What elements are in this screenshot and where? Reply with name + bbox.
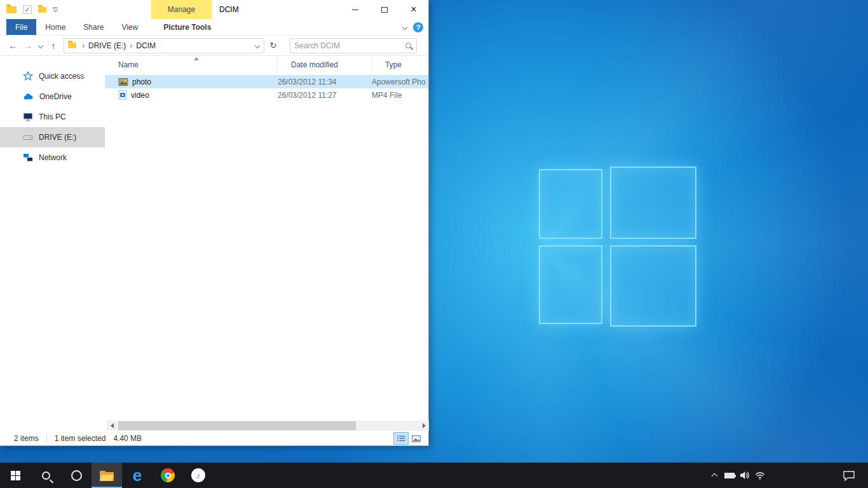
- table-row-video[interactable]: video 26/03/2012 11:27 MP4 File: [105, 88, 428, 102]
- navigation-pane: Quick access OneDrive This PC: [0, 56, 105, 421]
- windows-start-icon: [11, 471, 20, 480]
- show-hidden-icons-button[interactable]: [707, 463, 722, 488]
- new-folder-icon[interactable]: [38, 7, 46, 13]
- cortana-button[interactable]: [61, 463, 92, 488]
- column-headers: Name Date modified Type: [105, 56, 428, 74]
- itunes-icon: ♪: [191, 468, 205, 482]
- file-list-pane: Name Date modified Type: [105, 56, 428, 421]
- scroll-left-icon: [111, 423, 114, 428]
- large-icons-view-icon: [412, 435, 421, 442]
- view-toggles: [394, 433, 423, 444]
- scroll-right-icon: [423, 423, 426, 428]
- battery-tray-button[interactable]: [722, 463, 737, 488]
- wifi-icon: [755, 471, 765, 480]
- breadcrumb-drive[interactable]: DRIVE (E:): [86, 41, 128, 50]
- type-cell: MP4 File: [372, 91, 428, 100]
- column-header-type[interactable]: Type: [372, 56, 428, 74]
- close-button[interactable]: ×: [399, 0, 428, 19]
- column-header-date-modified[interactable]: Date modified: [278, 56, 372, 74]
- recent-locations-chevron-icon[interactable]: [36, 38, 46, 53]
- window-title: DCIM: [219, 0, 239, 19]
- minimize-icon: [352, 10, 358, 10]
- battery-icon: [724, 473, 735, 478]
- sidebar-item-label: Quick access: [39, 72, 84, 81]
- tab-share[interactable]: Share: [74, 19, 112, 35]
- expand-ribbon-chevron-icon[interactable]: [402, 25, 407, 30]
- sidebar-item-quick-access[interactable]: Quick access: [0, 66, 105, 86]
- taskbar-chrome-button[interactable]: [153, 463, 183, 488]
- help-button[interactable]: ?: [413, 22, 423, 32]
- chrome-icon: [161, 468, 175, 482]
- breadcrumb-separator: ›: [81, 41, 86, 50]
- table-row-photo[interactable]: photo 26/03/2012 11:34 Apowersoft Pho: [105, 75, 428, 88]
- video-file-icon: [118, 90, 127, 100]
- sort-ascending-icon: [194, 57, 199, 60]
- horizontal-scrollbar: [107, 421, 429, 431]
- details-view-button[interactable]: [394, 433, 408, 444]
- back-button[interactable]: ←: [5, 38, 20, 53]
- scroll-left-button[interactable]: [107, 421, 117, 431]
- sidebar-item-drive-e[interactable]: DRIVE (E:): [0, 127, 105, 147]
- drive-icon: [23, 133, 33, 142]
- taskbar-edge-button[interactable]: e: [122, 463, 153, 488]
- sidebar-item-onedrive[interactable]: OneDrive: [0, 86, 105, 107]
- up-button[interactable]: ↑: [46, 38, 61, 53]
- action-center-button[interactable]: [834, 463, 864, 488]
- title-bar: ✓ Manage DCIM ×: [0, 0, 428, 19]
- search-icon[interactable]: [405, 43, 411, 48]
- scrollbar-thumb[interactable]: [118, 421, 356, 430]
- minimize-button[interactable]: [341, 0, 370, 19]
- volume-tray-button[interactable]: [737, 463, 752, 488]
- large-icons-view-button[interactable]: [409, 433, 423, 444]
- cloud-icon: [23, 92, 34, 101]
- tab-file[interactable]: File: [6, 19, 36, 35]
- photo-file-icon: [118, 78, 128, 86]
- scrollbar-track[interactable]: [117, 421, 419, 431]
- search-icon: [42, 471, 50, 480]
- monitor-icon: [23, 112, 33, 122]
- close-icon: ×: [410, 4, 416, 15]
- start-button[interactable]: [0, 463, 31, 488]
- column-label: Date modified: [291, 60, 338, 69]
- edge-icon: e: [133, 467, 142, 484]
- scroll-right-button[interactable]: [419, 421, 429, 431]
- file-explorer-icon: [99, 470, 114, 482]
- sidebar-item-label: OneDrive: [39, 92, 72, 101]
- sidebar-item-label: Network: [39, 153, 67, 162]
- network-tray-button[interactable]: [752, 463, 768, 488]
- sidebar-item-network[interactable]: Network: [0, 147, 105, 168]
- windows-logo-pane: [610, 166, 696, 239]
- column-label: Type: [385, 60, 402, 69]
- properties-icon[interactable]: ✓: [23, 5, 32, 14]
- name-cell: video: [105, 90, 278, 100]
- tab-picture-tools[interactable]: Picture Tools: [154, 19, 220, 35]
- refresh-button[interactable]: ↻: [266, 38, 281, 53]
- taskbar-search-button[interactable]: [31, 463, 61, 488]
- speaker-icon: [740, 471, 750, 480]
- address-bar[interactable]: › DRIVE (E:) › DCIM: [64, 38, 264, 53]
- forward-button[interactable]: →: [20, 38, 36, 53]
- file-name: photo: [132, 78, 151, 86]
- type-cell: Apowersoft Pho: [372, 78, 428, 86]
- star-icon: [23, 71, 33, 81]
- details-view-icon: [397, 435, 405, 442]
- customize-qat-chevron-icon[interactable]: [53, 8, 58, 11]
- windows-logo-pane: [539, 245, 602, 324]
- caption-buttons: ×: [341, 0, 428, 19]
- address-dropdown-chevron-icon[interactable]: [251, 44, 264, 48]
- taskbar-file-explorer-button[interactable]: [92, 463, 122, 488]
- taskbar-itunes-button[interactable]: ♪: [183, 463, 214, 488]
- location-folder-icon: [68, 43, 76, 48]
- tab-view[interactable]: View: [112, 19, 147, 35]
- name-cell: photo: [105, 78, 278, 86]
- maximize-button[interactable]: [370, 0, 399, 19]
- tab-home[interactable]: Home: [36, 19, 74, 35]
- manage-context-group[interactable]: Manage: [151, 0, 212, 19]
- search-input[interactable]: [294, 41, 405, 50]
- taskbar-left-group: e ♪: [0, 463, 214, 488]
- sidebar-item-this-pc[interactable]: This PC: [0, 107, 105, 127]
- selection-count: 1 item selected: [55, 434, 114, 443]
- breadcrumb-dcim[interactable]: DCIM: [133, 41, 158, 50]
- taskbar: e ♪: [0, 463, 868, 488]
- column-header-name[interactable]: Name: [105, 56, 278, 74]
